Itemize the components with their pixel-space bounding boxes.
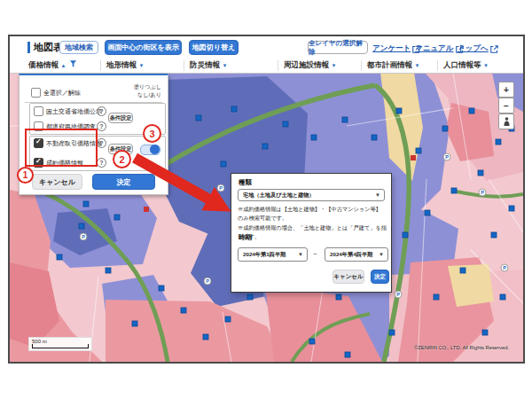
panel-submit-button[interactable]: 決定 — [92, 174, 155, 190]
caret-down-icon: ▼ — [379, 252, 387, 257]
fill-toggle[interactable] — [140, 145, 160, 155]
layer-condition-popup: 種類 宅地（土地及び土地と建物） ▼ ※成約価格情報は【土地と建物】・【中古マン… — [231, 173, 392, 293]
svg-text:P: P — [82, 234, 85, 239]
center-block-button[interactable]: 画面中心の街区を表示 — [105, 40, 182, 55]
menu-terrain-info-label: 地形情報 — [106, 60, 137, 69]
pegman-button[interactable] — [498, 113, 514, 129]
type-select[interactable]: 宅地（土地及び土地と建物） ▼ — [238, 189, 385, 201]
link-manual-label: マニュアル — [415, 43, 454, 54]
svg-text:P: P — [445, 154, 449, 160]
poi-icon — [411, 155, 416, 160]
select-all-checkbox[interactable] — [31, 88, 41, 98]
zoom-in-button[interactable]: + — [498, 82, 514, 98]
period-to-value: 2024年第4四半期 — [330, 251, 379, 259]
caret-down-icon: ▼ — [298, 252, 307, 257]
menu-facility-info[interactable]: 周辺施設情報 ▼ — [284, 60, 336, 71]
closed-price-checkbox[interactable] — [34, 158, 43, 168]
period-heading: 時期 — [239, 233, 252, 242]
menu-divider — [100, 60, 101, 71]
menu-facility-info-label: 周辺施設情報 — [284, 60, 329, 69]
title-bar: 地図表示 地域検索 画面中心の街区を表示 地図切り替え 全レイヤの選択解除 アン… — [10, 36, 523, 59]
help-icon[interactable]: ? — [97, 138, 106, 148]
caret-down-icon: ▼ — [138, 63, 144, 68]
price-layer-panel: 全選択／解除 塗りつぶし なし/あり 国土交通省地価公示 ? 条件設定 都道府県… — [19, 74, 168, 195]
scale-line — [32, 344, 89, 348]
type-heading: 種類 — [239, 178, 252, 187]
svg-text:P: P — [481, 190, 484, 195]
menu-price-info-label: 価格情報 — [28, 60, 59, 69]
modal-submit-button[interactable]: 決定 — [371, 270, 389, 284]
menu-cityplan-info-label: 都市計画情報 — [367, 60, 412, 69]
caret-down-icon: ▼ — [331, 63, 336, 68]
svg-text:P: P — [396, 292, 400, 297]
fill-note-line2: なし/あり — [133, 91, 161, 99]
type-select-value: 宅地（土地及び土地と建物） — [243, 192, 375, 200]
caret-down-icon: ▼ — [375, 192, 384, 198]
kouji-checkbox[interactable] — [34, 106, 43, 116]
period-separator: ~ — [313, 250, 317, 258]
caret-down-icon: ▼ — [414, 63, 419, 68]
external-link-icon — [490, 45, 498, 53]
panel-cancel-button[interactable]: キャンセル — [32, 174, 82, 190]
filter-icon — [70, 60, 76, 67]
fill-note: 塗りつぶし なし/あり — [133, 83, 161, 99]
transaction-checkbox[interactable] — [34, 138, 43, 148]
title-accent-bar — [27, 42, 30, 53]
period-from-select[interactable]: 2024年第1四半期 ▼ — [238, 247, 308, 262]
link-manual[interactable]: マニュアル — [415, 43, 464, 54]
link-top-label: トップへ — [458, 43, 489, 54]
clear-all-layers-button[interactable]: 全レイヤの選択解除 — [308, 41, 368, 54]
svg-text:P: P — [503, 265, 506, 270]
caret-down-icon: ▼ — [222, 63, 227, 68]
transaction-label: 不動産取引価格情報 — [46, 139, 102, 148]
map-scale: 500 m — [28, 337, 92, 351]
condition-button-2[interactable]: 条件設定 — [108, 144, 133, 154]
note-2: ※成約価格情報の場合、「土地と建物」とは「戸建て」を指します。 — [238, 223, 387, 240]
menu-disaster-info-label: 防災情報 — [190, 60, 220, 69]
note-1: ※成約価格情報は【土地と建物】・【中古マンション等】のみ検索可能です。 — [238, 205, 387, 222]
period-to-select[interactable]: 2024年第4四半期 ▼ — [325, 247, 388, 262]
layer-menu-bar: 価格情報 ▲ 地形情報 ▼ 防災情報 ▼ 周辺施設情報 ▼ 都市計画情報 ▼ 人… — [10, 59, 523, 74]
closed-price-label: 成約価格情報 — [46, 159, 83, 168]
condition-button-1[interactable]: 条件設定 — [108, 113, 133, 123]
menu-population-info-label: 人口情報等 — [443, 60, 481, 69]
menu-population-info[interactable]: 人口情報等 ▼ — [443, 60, 489, 71]
select-all-label: 全選択／解除 — [43, 89, 81, 98]
screenshot-page: P P P P P P P P P P P + − 500 m — [0, 0, 532, 399]
map-copyright: ©ZENRIN CO., LTD. All Rights Reserved. — [414, 345, 509, 350]
zoom-out-button[interactable]: − — [498, 98, 514, 113]
switch-map-button[interactable]: 地図切り替え — [189, 40, 239, 55]
link-survey-label: アンケート — [372, 43, 411, 54]
chousa-checkbox[interactable] — [34, 121, 43, 131]
help-icon[interactable]: ? — [97, 106, 106, 116]
link-survey[interactable]: アンケート — [372, 43, 420, 54]
help-icon[interactable]: ? — [97, 158, 106, 168]
menu-price-info[interactable]: 価格情報 ▲ — [28, 60, 76, 71]
menu-divider — [361, 60, 362, 71]
caret-down-icon: ▼ — [483, 63, 489, 68]
period-from-value: 2024年第1四半期 — [243, 251, 298, 259]
menu-divider — [184, 60, 184, 71]
svg-text:P: P — [219, 185, 223, 191]
menu-divider — [278, 60, 278, 71]
area-search-button[interactable]: 地域検索 — [59, 41, 98, 54]
menu-divider — [437, 60, 438, 71]
menu-cityplan-info[interactable]: 都市計画情報 ▼ — [367, 60, 419, 71]
help-icon[interactable]: ? — [97, 121, 106, 131]
menu-terrain-info[interactable]: 地形情報 ▼ — [106, 60, 144, 71]
fill-note-line1: 塗りつぶし — [133, 83, 161, 91]
chousa-label: 都道府県地価調査 — [46, 122, 96, 131]
app-window: P P P P P P P P P P P + − 500 m — [8, 35, 525, 364]
menu-disaster-info[interactable]: 防災情報 ▼ — [190, 60, 227, 71]
modal-cancel-button[interactable]: キャンセル — [332, 270, 364, 284]
caret-up-icon: ▲ — [60, 63, 66, 68]
person-icon — [503, 117, 511, 126]
link-top[interactable]: トップへ — [458, 43, 498, 54]
svg-text:P: P — [206, 278, 209, 284]
poi-icon — [144, 207, 149, 212]
kouji-label: 国土交通省地価公示 — [46, 107, 102, 116]
